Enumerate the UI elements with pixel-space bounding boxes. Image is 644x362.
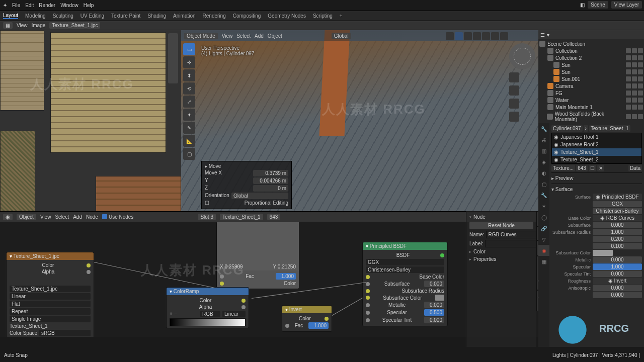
tab-rendering[interactable]: Rendering [203,13,226,19]
sss-color-swatch[interactable] [593,250,613,256]
ramp-interp-dropdown[interactable]: Linear [222,311,246,317]
node-principled-bsdf[interactable]: ▾ Principled BSDF BSDF GGX Christensen-B… [362,242,448,326]
prop-tab-physics-icon[interactable]: ◯ [538,212,549,223]
vp-menu-view[interactable]: View [222,33,233,39]
material-users[interactable]: 643 [576,165,588,171]
tool-scale-icon[interactable]: ⤢ [183,96,195,108]
material-slot[interactable]: ◉Texture_Sheet_2 [552,156,641,163]
viewlayer-selector[interactable]: View Layer [611,1,642,9]
output-socket[interactable] [242,305,246,309]
outliner-row[interactable]: Wood Scaffolds (Back Mountain) [538,111,644,123]
sss-radius-0[interactable]: 1.000 [593,229,642,235]
output-socket[interactable] [440,253,444,257]
menu-render[interactable]: Render [39,3,55,8]
prop-tab-scene-icon[interactable]: ◈ [538,156,549,167]
ramp-remove-icon[interactable]: − [175,311,178,317]
menu-file[interactable]: File [12,3,20,8]
prop-edit-checkbox[interactable]: ☐ [205,200,209,206]
tool-cursor-icon[interactable]: ✛ [183,56,195,68]
outliner-row[interactable]: Water [538,97,644,104]
slot-selector[interactable]: Slot 3 [198,214,216,220]
tab-uvediting[interactable]: UV Editing [80,13,104,19]
prop-tab-modifier-icon[interactable]: 🔧 [538,190,549,201]
dist-dropdown[interactable]: GGX [366,259,444,265]
move-z-value[interactable]: 0 m [253,185,288,192]
value-field[interactable]: 0.000 [424,317,444,323]
material-unlink-icon[interactable]: ✕ [597,165,604,171]
last-operator-panel[interactable]: ▸ Move Move X0.3739 m Y0.004266 m Z0 m O… [201,161,292,209]
node-header[interactable]: ▾ Principled BSDF [363,242,447,250]
outliner-row[interactable]: Camera [538,82,644,89]
prop-tab-texture-icon[interactable]: ▦ [538,256,549,267]
outliner-row[interactable]: FG [538,89,644,97]
section-surface[interactable]: ▾ Surface [551,186,642,193]
mode-selector[interactable]: Object Mode [184,33,218,39]
object-breadcrumb[interactable]: Cylinder.097 [551,125,583,132]
tab-add[interactable]: + [340,13,343,19]
ggx-dropdown[interactable]: GGX [593,201,642,207]
outliner-row[interactable]: Collection 2 [538,54,644,61]
outliner-row[interactable]: Sun [538,68,644,75]
prop-tab-data-icon[interactable]: ▽ [538,234,549,245]
material-selector[interactable]: Texture_Sheet_1 [220,214,263,220]
orientation-dropdown[interactable]: Global [231,193,288,199]
reset-node-button[interactable]: Reset Node [469,222,533,229]
extra-value[interactable]: 0.000 [593,292,642,298]
interp-dropdown[interactable]: Linear [10,293,91,300]
aniso-value[interactable]: 0.000 [593,285,642,291]
prop-tab-viewlayer-icon[interactable]: ▥ [538,145,549,156]
node-colorramp[interactable]: ▾ ColorRamp Color Alpha +−RGBLinear [166,287,249,328]
prop-tab-render-icon[interactable]: 🔧 [538,123,549,134]
input-socket[interactable] [220,282,224,286]
input-socket[interactable] [366,296,370,300]
input-socket[interactable] [366,282,370,286]
value-field[interactable]: 0.000 [424,302,444,308]
vp-menu-add[interactable]: Add [255,33,264,39]
prop-tab-world-icon[interactable]: ◐ [538,167,549,178]
extension-dropdown[interactable]: Repeat [10,308,91,315]
input-socket[interactable] [366,311,370,315]
ramp-gradient[interactable] [170,318,246,326]
value-field[interactable]: 0.000 [424,281,444,287]
vp-menu-select[interactable]: Select [236,33,251,39]
tab-texturepaint[interactable]: Texture Paint [111,13,140,19]
input-socket[interactable] [366,275,370,279]
node-rgb-curves[interactable]: X 0.25909 Y 0.21250 Fac1.000 Color [216,222,299,289]
image-file-field[interactable]: Texture_Sheet_1.jpc [49,22,100,29]
tool-transform-icon[interactable]: ✦ [183,109,195,121]
ne-menu-select[interactable]: Select [55,214,69,220]
material-breadcrumb[interactable]: Texture_Sheet_1 [589,125,630,132]
prop-tab-particle-icon[interactable]: ✶ [538,201,549,212]
scene-selector[interactable]: Scene [588,1,608,9]
axis-gizmo[interactable] [509,43,535,69]
base-color-link[interactable]: ◉ RGB Curves [593,215,642,221]
source-dropdown[interactable]: Single Image [10,316,91,322]
ne-menu-node[interactable]: Node [86,214,98,220]
section-title[interactable]: Color [473,249,486,254]
ramp-mode-dropdown[interactable]: RGB [200,311,220,317]
editor-type-icon[interactable]: ▦ [3,22,13,29]
outliner-type-icon[interactable]: ☰ [540,32,545,38]
tab-layout[interactable]: Layout [3,13,18,19]
vp-menu-object[interactable]: Object [268,33,282,39]
input-socket[interactable] [366,318,370,322]
pan-icon[interactable] [509,85,519,96]
tool-move-icon[interactable]: ⬍ [183,69,195,81]
node-header[interactable]: ▾ Texture_Sheet_1.jpc [7,252,94,260]
sss-radius-1[interactable]: 0.200 [593,236,642,242]
menu-help[interactable]: Help [84,3,94,8]
projection-dropdown[interactable]: Flat [10,301,91,307]
input-socket[interactable] [220,275,224,279]
perspective-icon[interactable] [509,112,519,122]
material-slot[interactable]: ◉Texture_Sheet_1 [552,148,641,156]
colorspace-dropdown[interactable]: sRGB [39,330,91,336]
specular-value[interactable]: 1.000 [593,263,642,270]
sss-method-dropdown[interactable]: Christensen-Burley [593,208,642,214]
outliner-row[interactable]: Main Mountain 1 [538,104,644,111]
outliner-row[interactable]: Collection [538,47,644,54]
prop-tab-object-icon[interactable]: ▢ [538,178,549,190]
section-title[interactable]: Properties [473,256,497,262]
input-socket[interactable] [366,289,370,293]
outliner-filter-icon[interactable]: ▾ [547,32,549,38]
3d-viewport[interactable]: Object Mode View Select Add Object Globa… [181,30,538,211]
